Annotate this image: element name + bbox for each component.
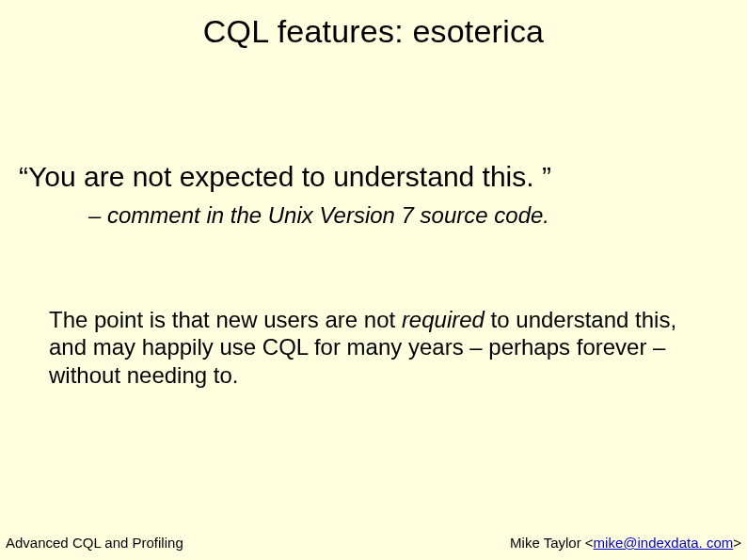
footer-left: Advanced CQL and Profiling <box>6 535 183 551</box>
slide-title: CQL features: esoterica <box>0 0 747 50</box>
slide: CQL features: esoterica “You are not exp… <box>0 0 747 560</box>
footer-author-pre: Mike Taylor < <box>510 535 594 551</box>
footer-right: Mike Taylor <mike@indexdata. com> <box>510 535 741 551</box>
footer-author-post: > <box>733 535 741 551</box>
footer: Advanced CQL and Profiling Mike Taylor <… <box>6 535 741 551</box>
body-pre: The point is that new users are not <box>49 307 402 332</box>
quote-attribution: – comment in the Unix Version 7 source c… <box>88 202 747 229</box>
body-emphasis: required <box>402 307 485 332</box>
body-paragraph: The point is that new users are not requ… <box>49 306 719 389</box>
quote-text: “You are not expected to understand this… <box>19 161 747 193</box>
footer-email-link[interactable]: mike@indexdata. com <box>594 535 734 551</box>
